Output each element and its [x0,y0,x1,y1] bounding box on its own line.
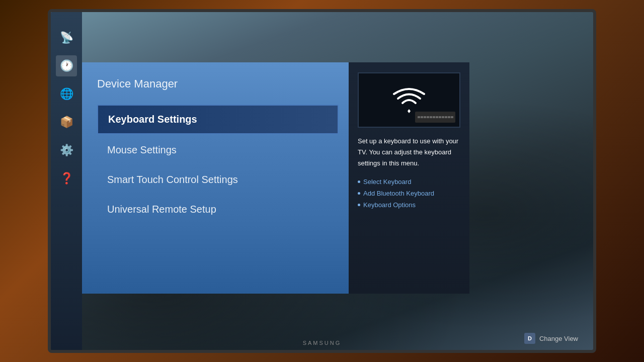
sidebar-icon-globe[interactable]: 🌐 [56,83,77,105]
info-bullet-select-keyboard: Select Keyboard [358,178,460,186]
preview-image [358,72,460,128]
tv-frame: 📡 🕐 🌐 📦 ⚙️ ❓ Device Manager Keyboard Set… [48,9,596,353]
menu-items-list: Keyboard Settings Mouse Settings Smart T… [97,105,339,223]
info-description: Set up a keyboard to use with your TV. Y… [358,136,460,169]
bullet-dot-1 [358,180,360,183]
keyboard-keys [417,115,454,119]
menu-panel: Device Manager Keyboard Settings Mouse S… [82,62,349,294]
menu-item-smart-touch[interactable]: Smart Touch Control Settings [97,166,339,194]
samsung-logo: SAMSUNG [303,340,342,346]
sidebar-icon-clock[interactable]: 🕐 [56,55,77,76]
keyboard-preview [415,112,455,123]
tv-screen: 📡 🕐 🌐 📦 ⚙️ ❓ Device Manager Keyboard Set… [51,12,593,350]
info-bullet-keyboard-options: Keyboard Options [358,201,460,209]
dialog-container: Device Manager Keyboard Settings Mouse S… [82,62,469,294]
sidebar-icon-network[interactable]: 📡 [56,27,77,48]
info-panel: Set up a keyboard to use with your TV. Y… [349,62,469,294]
menu-item-mouse-settings[interactable]: Mouse Settings [97,136,339,164]
bottom-bar: D Change View [524,333,578,344]
menu-item-keyboard-settings[interactable]: Keyboard Settings [97,105,339,134]
info-bullet-add-bluetooth: Add Bluetooth Keyboard [358,190,460,197]
sidebar-icon-help[interactable]: ❓ [56,168,77,189]
menu-item-universal-remote[interactable]: Universal Remote Setup [97,196,339,223]
bullet-dot-2 [358,192,360,195]
panel-title: Device Manager [97,77,339,90]
wifi-preview-icon [391,85,427,115]
d-button[interactable]: D [524,333,535,344]
info-bullets: Select Keyboard Add Bluetooth Keyboard K… [358,178,460,209]
sidebar: 📡 🕐 🌐 📦 ⚙️ ❓ [51,12,82,350]
sidebar-icon-box[interactable]: 📦 [56,112,77,133]
change-view-label: Change View [539,335,578,342]
bullet-dot-3 [358,204,360,206]
sidebar-icon-settings[interactable]: ⚙️ [56,140,77,161]
